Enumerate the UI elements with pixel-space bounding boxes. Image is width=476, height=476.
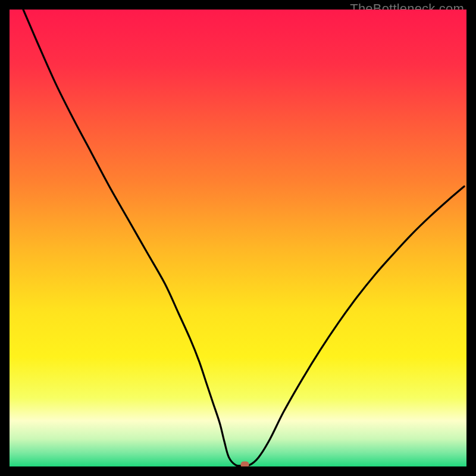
bottleneck-chart xyxy=(10,10,466,466)
chart-background xyxy=(10,10,466,466)
chart-frame xyxy=(10,10,466,466)
minimum-marker xyxy=(241,461,249,466)
